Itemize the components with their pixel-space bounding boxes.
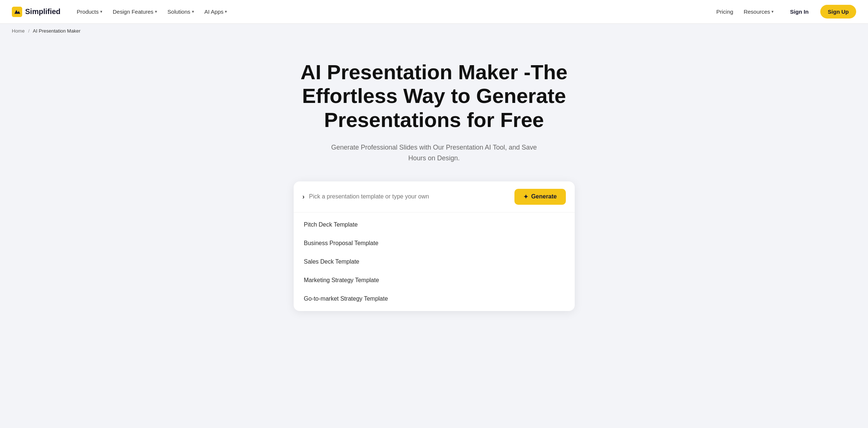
template-item[interactable]: Sales Deck Template [294,253,575,271]
template-item[interactable]: Pitch Deck Template [294,215,575,234]
sign-up-button[interactable]: Sign Up [820,5,856,19]
nav-links: Products ▾ Design Features ▾ Solutions ▾… [72,6,232,18]
nav-solutions[interactable]: Solutions ▾ [163,6,199,18]
nav-design-features-label: Design Features [113,9,153,15]
breadcrumb-home[interactable]: Home [12,28,25,34]
chevron-down-icon: ▾ [155,9,157,14]
nav-solutions-label: Solutions [168,9,190,15]
template-list: Pitch Deck Template Business Proposal Te… [294,213,575,311]
chevron-down-icon: ▾ [100,9,102,14]
breadcrumb-separator: / [28,28,30,34]
nav-right: Pricing Resources ▾ Sign In Sign Up [712,5,856,19]
breadcrumb: Home / AI Presentation Maker [0,24,868,38]
template-item[interactable]: Marketing Strategy Template [294,271,575,290]
nav-left: Simplified Products ▾ Design Features ▾ … [12,6,232,18]
main-content: AI Presentation Maker -The Effortless Wa… [0,38,868,341]
generate-button[interactable]: ✦ Generate [514,189,565,205]
nav-products[interactable]: Products ▾ [72,6,107,18]
nav-products-label: Products [77,9,99,15]
nav-resources-label: Resources [744,9,770,15]
sign-in-button[interactable]: Sign In [784,6,814,18]
prompt-input[interactable] [309,193,510,200]
nav-right-links: Pricing Resources ▾ [712,6,779,18]
nav-ai-apps-label: AI Apps [205,9,224,15]
logo[interactable]: Simplified [12,7,61,17]
chevron-down-icon: ▾ [192,9,194,14]
nav-pricing-label: Pricing [716,9,733,15]
prompt-box: › ✦ Generate Pitch Deck Template Busines… [294,181,575,311]
nav-resources[interactable]: Resources ▾ [739,6,779,18]
generate-label: Generate [531,193,557,200]
nav-ai-apps[interactable]: AI Apps ▾ [200,6,232,18]
chevron-down-icon: ▾ [225,9,227,14]
logo-icon [12,7,22,17]
prompt-chevron-icon: › [303,193,305,201]
generate-icon: ✦ [523,193,528,200]
breadcrumb-current: AI Presentation Maker [33,28,81,34]
template-item[interactable]: Go-to-market Strategy Template [294,290,575,308]
hero-title: AI Presentation Maker -The Effortless Wa… [290,60,578,132]
hero-subtitle: Generate Professional Slides with Our Pr… [323,142,545,164]
brand-name: Simplified [25,7,61,16]
nav-design-features[interactable]: Design Features ▾ [108,6,162,18]
nav-pricing[interactable]: Pricing [712,6,738,18]
prompt-input-row: › ✦ Generate [294,181,575,213]
template-item[interactable]: Business Proposal Template [294,234,575,253]
chevron-down-icon: ▾ [771,9,774,14]
navbar: Simplified Products ▾ Design Features ▾ … [0,0,868,24]
